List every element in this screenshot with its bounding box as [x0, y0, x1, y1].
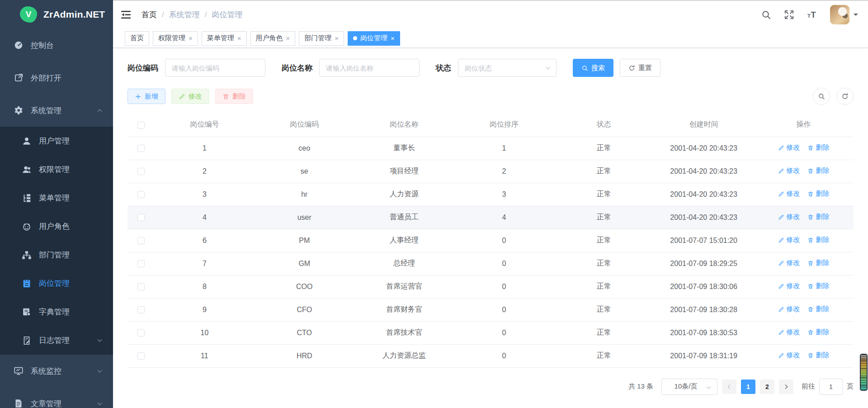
close-icon[interactable]: ×	[335, 35, 339, 42]
tab-label: 权限管理	[158, 34, 185, 43]
delete-link[interactable]: 删除	[807, 190, 830, 198]
scroll-minimap[interactable]	[860, 354, 868, 391]
close-icon[interactable]: ×	[189, 35, 193, 42]
close-icon[interactable]: ×	[391, 35, 395, 42]
row-checkbox[interactable]	[137, 283, 145, 290]
edit-link[interactable]: 修改	[778, 143, 800, 152]
page-size-select[interactable]: 10条/页	[661, 379, 717, 395]
cell-created: 2001-07-09 18:31:19	[654, 344, 754, 367]
delete-link[interactable]: 删除	[807, 259, 830, 267]
row-checkbox[interactable]	[137, 214, 145, 221]
monitor-icon	[14, 366, 24, 376]
breadcrumb-system[interactable]: 系统管理	[169, 9, 212, 20]
sidebar-toggle-icon[interactable]	[120, 9, 132, 20]
delete-link[interactable]: 删除	[807, 143, 830, 152]
sidebar-item-posts[interactable]: 岗位管理	[0, 269, 113, 298]
breadcrumb-home[interactable]: 首页	[142, 9, 169, 20]
edit-link[interactable]: 修改	[778, 282, 800, 290]
edit-link[interactable]: 修改	[778, 213, 800, 221]
tab-perm[interactable]: 权限管理×	[153, 31, 198, 46]
delete-link[interactable]: 删除	[807, 305, 830, 313]
sidebar-item-monitor[interactable]: 系统监控	[0, 355, 113, 387]
sidebar-item-users[interactable]: 用户管理	[0, 127, 113, 155]
cell-created: 2001-07-09 18:30:53	[654, 321, 754, 344]
sidebar-item-external[interactable]: 外部打开	[0, 62, 113, 94]
tab-post[interactable]: 岗位管理×	[348, 31, 400, 46]
sidebar-item-dicts[interactable]: 字典管理	[0, 298, 113, 326]
delete-link[interactable]: 删除	[807, 328, 830, 337]
prev-page-button[interactable]	[722, 380, 736, 394]
pencil-icon	[778, 168, 784, 174]
row-checkbox[interactable]	[137, 191, 145, 198]
delete-link[interactable]: 删除	[807, 351, 830, 360]
row-checkbox[interactable]	[137, 168, 145, 175]
next-page-button[interactable]	[779, 380, 793, 394]
edit-link[interactable]: 修改	[778, 190, 800, 198]
select-all-checkbox[interactable]	[137, 122, 145, 129]
row-checkbox[interactable]	[137, 237, 145, 244]
add-button[interactable]: 新增	[127, 89, 165, 104]
sidebar-item-depts[interactable]: 部门管理	[0, 241, 113, 269]
page-button-1[interactable]: 1	[741, 380, 755, 394]
pencil-icon	[778, 237, 784, 243]
search-icon[interactable]	[761, 9, 771, 20]
goto-page-input[interactable]	[819, 379, 843, 395]
font-size-icon[interactable]: TT	[807, 9, 817, 20]
page-button-2[interactable]: 2	[760, 380, 774, 394]
sidebar-item-articles[interactable]: 文章管理	[0, 387, 113, 408]
row-checkbox[interactable]	[137, 145, 145, 152]
chevron-up-icon	[96, 107, 103, 114]
close-icon[interactable]: ×	[286, 35, 290, 42]
row-checkbox[interactable]	[137, 260, 145, 267]
edit-button[interactable]: 修改	[171, 89, 209, 104]
sidebar-item-roles[interactable]: 用户角色	[0, 212, 113, 241]
reset-button[interactable]: 重置	[620, 59, 660, 77]
sidebar-item-menus[interactable]: 菜单管理	[0, 184, 113, 212]
row-checkbox[interactable]	[137, 352, 145, 360]
cell-ops: 修改删除	[754, 298, 854, 321]
dashboard-icon	[14, 40, 24, 50]
search-button[interactable]: 搜索	[573, 59, 613, 77]
toggle-search-button[interactable]	[813, 88, 830, 105]
tab-dept[interactable]: 部门管理×	[299, 31, 344, 46]
row-checkbox[interactable]	[137, 306, 145, 313]
refresh-table-button[interactable]	[836, 88, 854, 105]
trash-icon	[807, 145, 814, 151]
status-select-input[interactable]	[458, 59, 557, 77]
tab-home[interactable]: 首页	[125, 31, 149, 46]
delete-link[interactable]: 删除	[807, 282, 830, 290]
row-checkbox[interactable]	[137, 329, 145, 337]
sidebar-item-system[interactable]: 系统管理	[0, 94, 113, 127]
delete-link[interactable]: 删除	[807, 213, 830, 221]
edit-link[interactable]: 修改	[778, 351, 800, 360]
edit-link[interactable]: 修改	[778, 166, 800, 175]
svg-text:T: T	[811, 10, 816, 19]
column-header-status: 状态	[554, 113, 654, 137]
table-toolbar: 新增 修改 删除	[113, 77, 868, 105]
cell-ops: 修改删除	[754, 183, 854, 206]
status-select[interactable]	[458, 59, 557, 77]
close-icon[interactable]: ×	[237, 35, 241, 42]
delete-button[interactable]: 删除	[215, 89, 253, 104]
edit-link[interactable]: 修改	[778, 328, 800, 337]
post-code-input[interactable]	[165, 59, 265, 77]
fullscreen-icon[interactable]	[784, 9, 794, 20]
tab-role[interactable]: 用户角色×	[250, 31, 296, 46]
post-name-input[interactable]	[319, 59, 420, 77]
tab-menu[interactable]: 菜单管理×	[202, 31, 247, 46]
app-logo[interactable]: V ZrAdmin.NET	[0, 0, 113, 29]
filter-form: 岗位编码 岗位名称 状态 搜索 重置	[113, 48, 868, 77]
edit-link[interactable]: 修改	[778, 236, 800, 244]
table-row: 2se项目经理2正常2001-04-20 20:43:23修改删除	[127, 160, 854, 183]
edit-link[interactable]: 修改	[778, 305, 800, 313]
user-menu[interactable]	[830, 5, 858, 24]
sidebar-item-logs[interactable]: 日志管理	[0, 326, 113, 355]
cell-status: 正常	[554, 298, 654, 321]
delete-link[interactable]: 删除	[807, 166, 830, 175]
edit-button-label: 修改	[189, 92, 202, 101]
sidebar-item-perms[interactable]: 权限管理	[0, 155, 113, 184]
sidebar-item-dashboard[interactable]: 控制台	[0, 29, 113, 62]
edit-link[interactable]: 修改	[778, 259, 800, 267]
delete-link[interactable]: 删除	[807, 236, 830, 244]
table-row: 10CTO首席技术官0正常2001-07-09 18:30:53修改删除	[127, 321, 854, 344]
